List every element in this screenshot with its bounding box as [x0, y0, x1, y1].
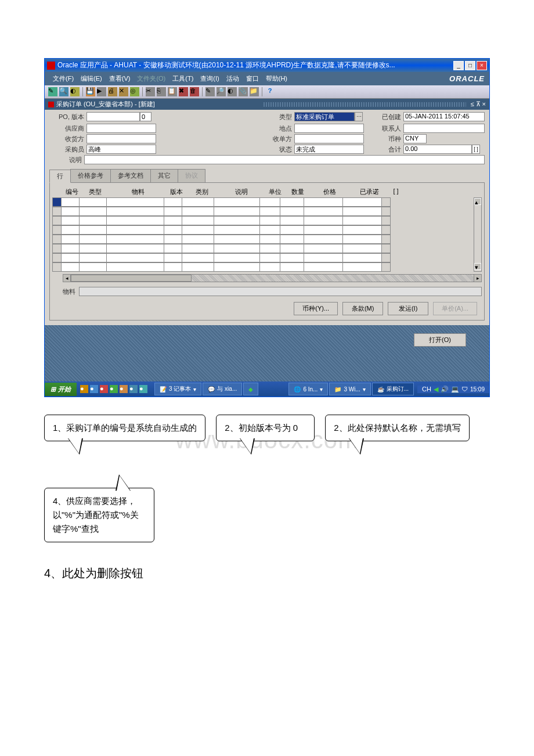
row-selector[interactable]	[52, 244, 62, 253]
scroll-right-icon[interactable]: ▸	[474, 274, 482, 282]
tab-lines[interactable]: 行	[49, 170, 71, 183]
tab-other[interactable]: 其它	[150, 169, 178, 182]
lang-indicator[interactable]: CH	[422, 386, 431, 393]
task-item[interactable]: 📁3 Wi...▾	[329, 383, 370, 395]
tab-ref-docs[interactable]: 参考文档	[110, 169, 151, 182]
translate-icon[interactable]: ◐	[228, 87, 237, 96]
tray-icon[interactable]: 💻	[451, 386, 459, 393]
task-item[interactable]: 📝3 记事本▾	[154, 383, 201, 395]
row-selector[interactable]	[52, 197, 62, 207]
type-field[interactable]: 标准采购订单	[294, 112, 355, 121]
grid-row[interactable]	[52, 216, 471, 225]
row-selector[interactable]	[52, 262, 62, 272]
folder-icon[interactable]: 📁	[250, 87, 259, 96]
menu-query[interactable]: 查询(I)	[197, 73, 222, 84]
menu-file[interactable]: 文件(F)	[49, 73, 77, 84]
grid-row[interactable]	[52, 235, 471, 244]
scroll-up-icon[interactable]: ▴	[474, 198, 481, 205]
cell-price[interactable]	[304, 197, 343, 207]
close-button[interactable]: ×	[477, 61, 487, 70]
clear-icon[interactable]: ✖	[179, 87, 188, 96]
row-selector[interactable]	[52, 207, 62, 216]
ql-icon[interactable]: ●	[90, 385, 98, 393]
delete-icon[interactable]: 🗑	[190, 87, 199, 96]
catalog-button[interactable]: 单价(A)...	[433, 302, 477, 315]
grid-row[interactable]	[52, 253, 471, 262]
description-field[interactable]	[84, 155, 485, 164]
flex-field-button[interactable]: [ ]	[472, 145, 480, 154]
save-icon[interactable]: 💾	[86, 87, 95, 96]
tray-icon[interactable]: 🔊	[441, 386, 449, 393]
paste-icon[interactable]: 📋	[168, 87, 177, 96]
ql-icon[interactable]: ●	[139, 385, 147, 393]
close-form-icon[interactable]: ✕	[119, 87, 128, 96]
supplier-field[interactable]	[86, 124, 156, 133]
ql-icon[interactable]: ●	[80, 385, 88, 393]
horizontal-scrollbar[interactable]: ◂ ▸	[52, 274, 482, 282]
maximize-button[interactable]: □	[465, 61, 475, 70]
menu-folder[interactable]: 文件夹(O)	[134, 73, 169, 84]
grid-row[interactable]	[52, 197, 471, 207]
cell-ver[interactable]	[164, 197, 182, 207]
site-field[interactable]	[294, 124, 364, 133]
vertical-scrollbar[interactable]: ▴ ▾	[474, 197, 482, 272]
row-selector[interactable]	[52, 225, 62, 235]
edit-icon[interactable]: ✎	[205, 87, 215, 96]
menu-view[interactable]: 查看(V)	[106, 73, 134, 84]
zoom-icon[interactable]: 🔎	[217, 87, 226, 96]
billto-field[interactable]	[294, 134, 364, 143]
po-number-field[interactable]	[86, 112, 140, 121]
version-field[interactable]	[140, 112, 151, 121]
task-item[interactable]: 🌐6 In...▾	[288, 383, 328, 395]
cell-qty[interactable]	[280, 197, 304, 207]
form-close-icon[interactable]: ×	[482, 100, 486, 108]
type-lov-button[interactable]: ⋯	[355, 112, 363, 121]
cell-num[interactable]	[61, 197, 80, 207]
shipments-button[interactable]: 发运(I)	[388, 302, 428, 315]
task-item-active[interactable]: ☕采购订...	[372, 383, 414, 395]
form-minimize-icon[interactable]: ≤	[471, 100, 474, 108]
tray-icon[interactable]: 🛡	[461, 386, 468, 393]
cell-desc[interactable]	[214, 197, 260, 207]
attach-icon[interactable]: 📎	[239, 87, 248, 96]
open-button[interactable]: 打开(O)	[414, 333, 466, 347]
menu-help[interactable]: 帮助(H)	[262, 73, 291, 84]
tray-icon[interactable]: ◀	[434, 386, 438, 393]
minimize-button[interactable]: _	[453, 61, 464, 70]
clock[interactable]: 15:09	[470, 386, 485, 393]
menu-tools[interactable]: 工具(T)	[169, 73, 197, 84]
ql-icon[interactable]: ●	[129, 385, 138, 393]
nav-icon[interactable]: ◐	[70, 87, 80, 96]
form-maximize-icon[interactable]: ⊼	[476, 100, 481, 108]
cell-item[interactable]	[106, 197, 164, 207]
cell-type[interactable]	[79, 197, 107, 207]
tab-price-ref[interactable]: 价格参考	[70, 169, 111, 182]
grid-row[interactable]	[52, 262, 471, 272]
tab-agreement[interactable]: 协议	[178, 169, 205, 182]
menu-actions[interactable]: 活动	[223, 73, 243, 84]
grid-row[interactable]	[52, 244, 471, 253]
next-icon[interactable]: ▶	[97, 87, 106, 96]
row-selector[interactable]	[52, 235, 62, 244]
grid-row[interactable]	[52, 207, 471, 216]
new-icon[interactable]: ✎	[48, 87, 57, 96]
cut-icon[interactable]: ✂	[146, 87, 155, 96]
ql-icon[interactable]: ●	[110, 385, 118, 393]
cell-cat[interactable]	[182, 197, 214, 207]
ql-icon[interactable]: ●	[100, 385, 108, 393]
terms-button[interactable]: 条款(M)	[342, 302, 383, 315]
row-selector[interactable]	[52, 253, 62, 262]
menu-edit[interactable]: 编辑(E)	[77, 73, 106, 84]
scroll-track[interactable]	[70, 274, 474, 282]
contact-field[interactable]	[403, 124, 485, 133]
help-icon[interactable]: ?	[265, 87, 275, 96]
scroll-left-icon[interactable]: ◂	[63, 274, 71, 282]
start-button[interactable]: ⊞ 开始	[45, 383, 77, 396]
currency-button[interactable]: 币种(Y)...	[294, 302, 338, 315]
find-icon[interactable]: 🔍	[59, 87, 68, 96]
cell-promised[interactable]	[342, 197, 382, 207]
cell-uom[interactable]	[259, 197, 280, 207]
print-icon[interactable]: 🖨	[108, 87, 117, 96]
task-item[interactable]: 💬与 xia...	[203, 383, 242, 395]
task-item[interactable]: ◆	[243, 383, 258, 395]
